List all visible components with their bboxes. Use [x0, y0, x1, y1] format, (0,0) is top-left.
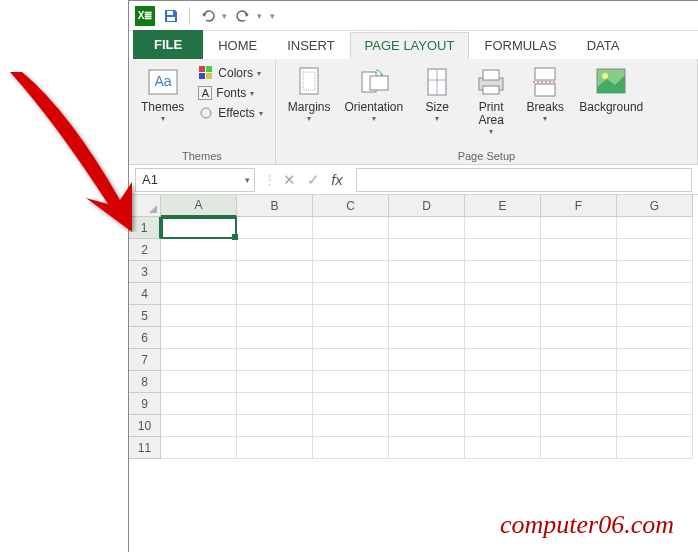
cell[interactable]: [161, 283, 237, 305]
orientation-button[interactable]: Orientation ▾: [341, 63, 408, 138]
cell[interactable]: [617, 217, 693, 239]
redo-dropdown-icon[interactable]: ▾: [257, 11, 262, 21]
cell[interactable]: [465, 371, 541, 393]
cell[interactable]: [465, 261, 541, 283]
enter-button[interactable]: ✓: [302, 169, 324, 191]
select-all-button[interactable]: [129, 195, 161, 217]
cell[interactable]: [161, 305, 237, 327]
cell[interactable]: [313, 349, 389, 371]
tab-home[interactable]: HOME: [203, 32, 272, 59]
cell[interactable]: [541, 349, 617, 371]
cell[interactable]: [465, 239, 541, 261]
cell[interactable]: [389, 393, 465, 415]
undo-dropdown-icon[interactable]: ▾: [222, 11, 227, 21]
cell[interactable]: [617, 283, 693, 305]
cell[interactable]: [237, 283, 313, 305]
cell[interactable]: [465, 283, 541, 305]
cell[interactable]: [541, 327, 617, 349]
cell[interactable]: [313, 437, 389, 459]
cell[interactable]: [389, 261, 465, 283]
colors-button[interactable]: Colors ▾: [194, 63, 266, 83]
cell[interactable]: [389, 327, 465, 349]
cancel-button[interactable]: ✕: [278, 169, 300, 191]
row-header[interactable]: 4: [129, 283, 161, 305]
row-header[interactable]: 5: [129, 305, 161, 327]
cell[interactable]: [237, 305, 313, 327]
cell[interactable]: [313, 327, 389, 349]
cell[interactable]: [617, 415, 693, 437]
row-header[interactable]: 1: [129, 217, 161, 239]
cell[interactable]: [465, 349, 541, 371]
cell[interactable]: [617, 349, 693, 371]
row-header[interactable]: 10: [129, 415, 161, 437]
cell[interactable]: [617, 371, 693, 393]
cell[interactable]: [465, 415, 541, 437]
breaks-button[interactable]: Breaks ▾: [521, 63, 569, 138]
cell[interactable]: [161, 415, 237, 437]
tab-insert[interactable]: INSERT: [272, 32, 349, 59]
cell[interactable]: [313, 283, 389, 305]
cell[interactable]: [237, 327, 313, 349]
cell[interactable]: [161, 239, 237, 261]
cell[interactable]: [541, 261, 617, 283]
cell[interactable]: [161, 327, 237, 349]
cell[interactable]: [313, 305, 389, 327]
cell[interactable]: [541, 371, 617, 393]
cell[interactable]: [541, 305, 617, 327]
row-header[interactable]: 11: [129, 437, 161, 459]
undo-button[interactable]: [196, 4, 220, 28]
insert-function-button[interactable]: fx: [326, 169, 348, 191]
background-button[interactable]: Background: [575, 63, 647, 138]
cell[interactable]: [237, 349, 313, 371]
row-header[interactable]: 6: [129, 327, 161, 349]
cell[interactable]: [389, 371, 465, 393]
column-header[interactable]: C: [313, 195, 389, 217]
tab-data[interactable]: DATA: [572, 32, 635, 59]
cell[interactable]: [313, 261, 389, 283]
cell[interactable]: [541, 217, 617, 239]
margins-button[interactable]: Margins ▾: [284, 63, 335, 138]
row-header[interactable]: 9: [129, 393, 161, 415]
cell[interactable]: [389, 437, 465, 459]
cell[interactable]: [161, 217, 237, 239]
tab-file[interactable]: FILE: [133, 30, 203, 59]
cell[interactable]: [465, 393, 541, 415]
cell[interactable]: [389, 415, 465, 437]
cell[interactable]: [617, 437, 693, 459]
formula-bar[interactable]: [356, 168, 692, 192]
tab-page-layout[interactable]: PAGE LAYOUT: [350, 32, 470, 59]
effects-button[interactable]: Effects ▾: [194, 103, 266, 123]
cell[interactable]: [389, 349, 465, 371]
cell[interactable]: [161, 437, 237, 459]
cell[interactable]: [237, 437, 313, 459]
cell[interactable]: [161, 393, 237, 415]
cell[interactable]: [313, 393, 389, 415]
row-header[interactable]: 2: [129, 239, 161, 261]
cell[interactable]: [389, 305, 465, 327]
cell[interactable]: [389, 283, 465, 305]
column-header[interactable]: B: [237, 195, 313, 217]
print-area-button[interactable]: Print Area ▾: [467, 63, 515, 138]
cell[interactable]: [541, 239, 617, 261]
cell[interactable]: [541, 415, 617, 437]
cell[interactable]: [161, 261, 237, 283]
cell[interactable]: [617, 393, 693, 415]
fonts-button[interactable]: A Fonts ▾: [194, 84, 266, 102]
cell[interactable]: [617, 327, 693, 349]
cell[interactable]: [465, 305, 541, 327]
column-header[interactable]: G: [617, 195, 693, 217]
row-header[interactable]: 3: [129, 261, 161, 283]
cell[interactable]: [313, 217, 389, 239]
save-button[interactable]: [159, 4, 183, 28]
cell[interactable]: [541, 393, 617, 415]
cell[interactable]: [237, 261, 313, 283]
cell[interactable]: [617, 261, 693, 283]
cell[interactable]: [617, 239, 693, 261]
cell[interactable]: [313, 239, 389, 261]
column-header[interactable]: A: [161, 195, 237, 217]
column-header[interactable]: F: [541, 195, 617, 217]
cell[interactable]: [161, 371, 237, 393]
cell[interactable]: [237, 239, 313, 261]
redo-button[interactable]: [231, 4, 255, 28]
row-header[interactable]: 7: [129, 349, 161, 371]
